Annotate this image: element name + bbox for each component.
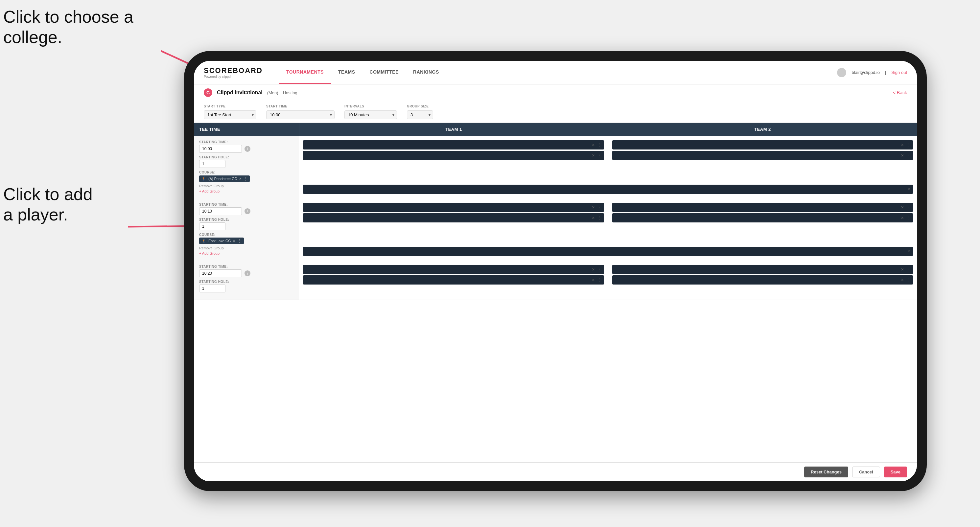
avatar <box>837 68 846 77</box>
start-type-select[interactable]: 1st Tee Start Shotgun Start <box>204 110 256 119</box>
group-2-team2-player1[interactable]: × ⋮ <box>612 203 913 212</box>
course-label-2: COURSE: <box>199 233 293 237</box>
tab-committee[interactable]: COMMITTEE <box>363 61 406 84</box>
course-tag-1: 🏌 (A) Peachtree GC × ⋮ <box>199 175 250 182</box>
info-icon-1[interactable]: i <box>245 146 250 152</box>
group-3-team1-player1[interactable]: × ⋮ <box>303 265 604 274</box>
player-x-icon[interactable]: × <box>901 153 904 158</box>
player-x-icon[interactable]: × <box>592 267 595 272</box>
group-2-team1: × ⋮ × ⋮ <box>299 201 608 246</box>
player-edit-icon[interactable]: ⋮ <box>597 215 601 221</box>
group-size-select-wrap: 3 2 4 <box>407 110 433 119</box>
player-edit-icon[interactable]: ⋮ <box>906 142 910 148</box>
group-2-right: × ⋮ × ⋮ × ⋮ <box>299 198 917 260</box>
start-time-select-wrap <box>266 110 334 119</box>
player-x-icon[interactable]: × <box>592 277 595 283</box>
edit-course-1[interactable]: ⋮ <box>243 176 247 181</box>
intervals-select[interactable]: 10 Minutes 8 Minutes <box>344 110 397 119</box>
player-x-icon[interactable]: × <box>901 215 904 221</box>
group-1-team2-player2[interactable]: × ⋮ <box>612 151 913 160</box>
group-1-team2: × ⋮ × ⋮ <box>608 138 917 183</box>
starting-time-row-3: i <box>199 270 293 277</box>
group-3-team2-player1[interactable]: × ⋮ <box>612 265 913 274</box>
starting-hole-label-2: STARTING HOLE: <box>199 218 293 221</box>
table-header: Tee Time Team 1 Team 2 <box>194 123 917 136</box>
tab-teams[interactable]: TEAMS <box>331 61 363 84</box>
group-1-team1-player1[interactable]: × ⋮ <box>303 140 604 149</box>
group-size-label: Group Size <box>407 105 433 108</box>
player-x-icon[interactable]: × <box>901 267 904 272</box>
user-email: blair@clippd.io <box>851 70 880 75</box>
remove-group-2[interactable]: Remove Group <box>199 246 293 250</box>
tablet-frame: SCOREBOARD Powered by clippd TOURNAMENTS… <box>184 51 927 491</box>
tournament-title: Clippd Invitational <box>217 90 262 95</box>
player-x-icon[interactable]: × <box>592 153 595 158</box>
all-groups: STARTING TIME: i STARTING HOLE: COURSE: <box>194 136 917 462</box>
group-3-team1: × ⋮ × ⋮ <box>299 263 608 297</box>
start-time-input[interactable] <box>266 110 334 119</box>
intervals-select-wrap: 10 Minutes 8 Minutes <box>344 110 397 119</box>
info-icon-3[interactable]: i <box>245 270 250 276</box>
player-x-icon[interactable]: × <box>592 205 595 210</box>
player-edit-icon[interactable]: ⋮ <box>597 267 601 272</box>
player-edit-icon[interactable]: ⋮ <box>597 153 601 158</box>
player-edit-icon[interactable]: ⋮ <box>906 153 910 158</box>
remove-course-2[interactable]: × <box>233 238 235 243</box>
sign-out-link[interactable]: Sign out <box>891 70 907 75</box>
course-x-icon[interactable]: × <box>908 187 910 192</box>
app-header: SCOREBOARD Powered by clippd TOURNAMENTS… <box>194 61 917 84</box>
player-edit-icon[interactable]: ⋮ <box>906 267 910 272</box>
col-team1: Team 1 <box>299 123 608 136</box>
remove-group-1[interactable]: Remove Group <box>199 184 293 188</box>
group-2-team1-player1[interactable]: × ⋮ <box>303 203 604 212</box>
bottom-bar: Reset Changes Cancel Save <box>194 462 917 481</box>
starting-hole-row-2 <box>199 222 293 230</box>
player-edit-icon[interactable]: ⋮ <box>597 142 601 148</box>
remove-course-1[interactable]: × <box>239 176 241 181</box>
edit-course-2[interactable]: ⋮ <box>237 238 241 243</box>
starting-hole-input-3[interactable] <box>199 284 226 292</box>
tee-group-2: STARTING TIME: i STARTING HOLE: COURSE: <box>194 198 917 260</box>
back-button[interactable]: < Back <box>893 90 907 95</box>
course-tag-wrap-2: 🏌 East Lake GC × ⋮ <box>199 238 293 244</box>
group-1-team1-player2[interactable]: × ⋮ <box>303 151 604 160</box>
player-edit-icon[interactable]: ⋮ <box>906 215 910 221</box>
course-name-1: (A) Peachtree GC <box>208 177 237 181</box>
group-1-course-slot[interactable]: × <box>303 185 913 194</box>
cancel-button[interactable]: Cancel <box>852 467 880 478</box>
group-2-course-slot[interactable]: × <box>303 247 913 256</box>
group-3-team1-player2[interactable]: × ⋮ <box>303 275 604 284</box>
starting-time-input-1[interactable] <box>199 145 242 153</box>
group-2-team1-player2[interactable]: × ⋮ <box>303 213 604 222</box>
player-x-icon[interactable]: × <box>901 205 904 210</box>
group-2-team2-player2[interactable]: × ⋮ <box>612 213 913 222</box>
player-x-icon[interactable]: × <box>901 277 904 283</box>
group-3-team2-player2[interactable]: × ⋮ <box>612 275 913 284</box>
group-1-team2-player1[interactable]: × ⋮ <box>612 140 913 149</box>
group-size-group: Group Size 3 2 4 <box>407 105 433 119</box>
group-size-select[interactable]: 3 2 4 <box>407 110 433 119</box>
player-edit-icon[interactable]: ⋮ <box>597 277 601 283</box>
starting-hole-input-1[interactable] <box>199 160 226 168</box>
player-edit-icon[interactable]: ⋮ <box>597 205 601 210</box>
add-group-2[interactable]: + Add Group <box>199 251 293 255</box>
starting-time-input-2[interactable] <box>199 207 242 215</box>
info-icon-2[interactable]: i <box>245 208 250 214</box>
save-button[interactable]: Save <box>884 467 907 478</box>
player-x-icon[interactable]: × <box>592 142 595 148</box>
annotation-add-player: Click to add a player. <box>3 184 93 225</box>
starting-time-input-3[interactable] <box>199 270 242 277</box>
col-tee-time: Tee Time <box>194 123 299 136</box>
tab-rankings[interactable]: RANKINGS <box>406 61 446 84</box>
player-x-icon[interactable]: × <box>901 142 904 148</box>
starting-hole-input-2[interactable] <box>199 222 226 230</box>
player-x-icon[interactable]: × <box>592 215 595 221</box>
starting-hole-label-3: STARTING HOLE: <box>199 280 293 284</box>
reset-button[interactable]: Reset Changes <box>804 467 848 478</box>
player-edit-icon[interactable]: ⋮ <box>906 277 910 283</box>
add-group-1[interactable]: + Add Group <box>199 189 293 193</box>
tab-tournaments[interactable]: TOURNAMENTS <box>279 61 331 84</box>
course-x-icon[interactable]: × <box>908 249 910 254</box>
player-edit-icon[interactable]: ⋮ <box>906 205 910 210</box>
course-name-2: East Lake GC <box>208 239 231 243</box>
